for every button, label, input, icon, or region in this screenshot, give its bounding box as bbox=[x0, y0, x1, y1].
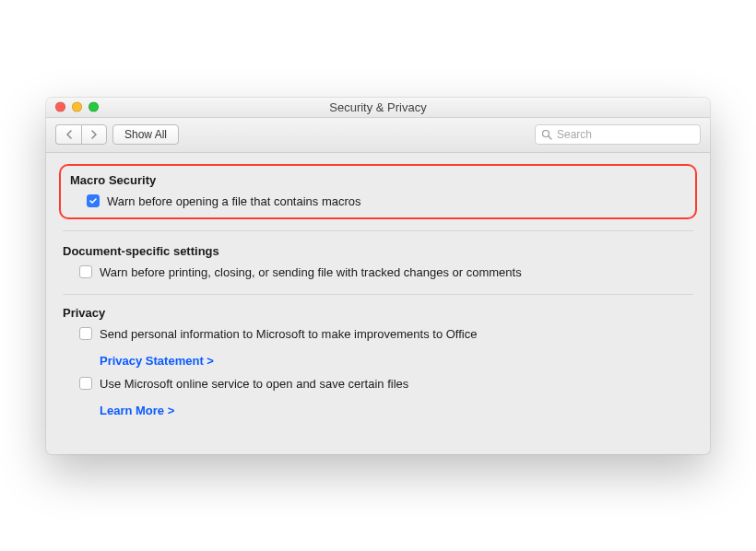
search-input[interactable] bbox=[557, 128, 694, 141]
privacy-statement-link[interactable]: Privacy Statement > bbox=[100, 354, 214, 368]
macro-security-highlight: Macro Security Warn before opening a fil… bbox=[59, 164, 697, 219]
check-icon bbox=[89, 196, 98, 205]
show-all-button[interactable]: Show All bbox=[112, 124, 179, 145]
zoom-icon[interactable] bbox=[89, 102, 99, 112]
chevron-left-icon bbox=[65, 130, 72, 139]
online-service-checkbox[interactable] bbox=[79, 377, 92, 390]
minimize-icon[interactable] bbox=[72, 102, 82, 112]
macro-security-heading: Macro Security bbox=[70, 173, 686, 187]
nav-group bbox=[55, 124, 107, 145]
warn-macros-checkbox[interactable] bbox=[87, 194, 100, 207]
svg-point-0 bbox=[543, 131, 549, 137]
toolbar: Show All bbox=[46, 118, 710, 153]
warn-tracked-row[interactable]: Warn before printing, closing, or sendin… bbox=[63, 265, 693, 279]
traffic-lights bbox=[55, 102, 99, 112]
warn-macros-row[interactable]: Warn before opening a file that contains… bbox=[70, 194, 686, 208]
chevron-right-icon bbox=[91, 130, 98, 139]
document-settings-heading: Document-specific settings bbox=[63, 244, 693, 258]
svg-line-1 bbox=[549, 136, 551, 139]
search-field[interactable] bbox=[535, 124, 701, 145]
online-service-row[interactable]: Use Microsoft online service to open and… bbox=[63, 377, 693, 391]
forward-button[interactable] bbox=[81, 124, 107, 145]
send-info-row[interactable]: Send personal information to Microsoft t… bbox=[63, 327, 693, 341]
warn-macros-label: Warn before opening a file that contains… bbox=[107, 194, 361, 208]
close-icon[interactable] bbox=[55, 102, 65, 112]
titlebar: Security & Privacy bbox=[46, 98, 710, 118]
send-info-label: Send personal information to Microsoft t… bbox=[100, 327, 477, 341]
privacy-section: Privacy Send personal information to Mic… bbox=[63, 306, 693, 427]
learn-more-link[interactable]: Learn More > bbox=[100, 404, 174, 417]
warn-tracked-checkbox[interactable] bbox=[79, 265, 92, 278]
show-all-label: Show All bbox=[124, 128, 167, 141]
send-info-checkbox[interactable] bbox=[79, 327, 92, 340]
privacy-heading: Privacy bbox=[63, 306, 693, 320]
online-service-label: Use Microsoft online service to open and… bbox=[100, 377, 408, 391]
search-icon bbox=[541, 129, 552, 140]
back-button[interactable] bbox=[55, 124, 81, 145]
content: Macro Security Warn before opening a fil… bbox=[46, 153, 710, 454]
preferences-window: Security & Privacy Show All Macro Securi… bbox=[46, 98, 710, 454]
warn-tracked-label: Warn before printing, closing, or sendin… bbox=[100, 265, 522, 279]
window-title: Security & Privacy bbox=[46, 100, 710, 114]
document-settings-section: Document-specific settings Warn before p… bbox=[63, 230, 693, 295]
